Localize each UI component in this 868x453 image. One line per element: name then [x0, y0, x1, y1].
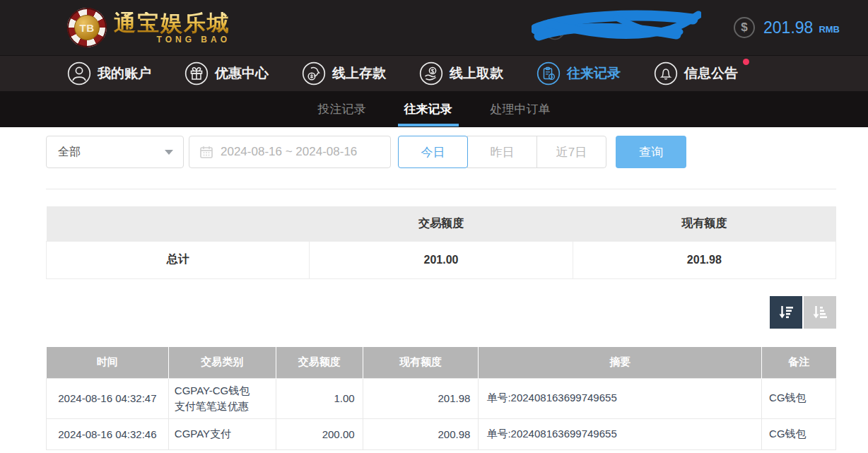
section-divider: [46, 189, 836, 189]
summary-header-row: 交易额度 现有额度: [47, 206, 836, 241]
user-icon: [67, 61, 91, 86]
cell-note: CG钱包: [762, 379, 836, 419]
brand-subtitle: TONG BAO: [114, 35, 230, 44]
main-nav: 我的账户 优惠中心 线上存款 线上取款: [0, 55, 868, 91]
dollar-circle-icon: $: [734, 17, 755, 38]
top-bar: TB 通宝娱乐城 TONG BAO $ 20: [0, 0, 868, 55]
balance-currency: RMB: [819, 20, 840, 35]
record-tabs: 投注记录 往来记录 处理中订单: [0, 91, 868, 127]
range-yesterday-button[interactable]: 昨日: [467, 136, 537, 168]
sort-controls: [46, 296, 836, 329]
quick-range-group: 今日 昨日 近7日: [398, 136, 606, 168]
records-table: 时间 交易类别 交易额度 现有额度 摘要 备注 2024-08-16 04:32…: [46, 347, 836, 450]
cell-trade-amount: 200.00: [276, 418, 363, 449]
cell-current-amount: 200.98: [363, 418, 479, 449]
summary-total-row: 总计 201.00 201.98: [47, 241, 836, 278]
query-button[interactable]: 查询: [616, 136, 686, 168]
records-header-row: 时间 交易类别 交易额度 现有额度 摘要 备注: [47, 347, 836, 379]
sort-ascending-button[interactable]: [804, 296, 836, 329]
table-row: 2024-08-16 04:32:47 CGPAY-CG钱包 支付笔笔送优惠 1…: [47, 379, 836, 419]
nav-item-transactions[interactable]: 往来记录: [536, 61, 621, 86]
nav-item-notices[interactable]: 信息公告: [654, 61, 738, 86]
nav-item-deposit[interactable]: 线上存款: [302, 61, 386, 86]
table-row: 2024-08-16 04:32:46 CGPAY支付 200.00 200.9…: [47, 418, 836, 449]
sort-descending-icon: [777, 303, 795, 322]
summary-col-current-amount: 现有额度: [573, 206, 835, 241]
summary-total-trade-amount: 201.00: [310, 241, 573, 278]
redaction-scribble: [532, 8, 701, 47]
deposit-icon: [302, 61, 326, 86]
summary-total-label: 总计: [47, 241, 310, 278]
summary-col-trade-amount: 交易额度: [310, 206, 573, 241]
brand-logo[interactable]: TB 通宝娱乐城 TONG BAO: [67, 8, 230, 47]
brand-title: 通宝娱乐城: [114, 12, 230, 34]
range-last7days-button[interactable]: 近7日: [536, 136, 606, 168]
col-time: 时间: [47, 347, 169, 379]
col-trade-amount: 交易额度: [276, 347, 363, 379]
chevron-down-icon: [165, 150, 173, 155]
tab-betting-records[interactable]: 投注记录: [312, 91, 373, 127]
sort-ascending-icon: [811, 303, 829, 322]
content-area: 全部 2024-08-16 ~ 2024-08-16 今日 昨日 近7日 查询 …: [0, 127, 868, 450]
cell-trade-amount: 1.00: [276, 379, 363, 419]
account-area: $ 201.98 RMB: [532, 8, 840, 47]
cell-time: 2024-08-16 04:32:46: [47, 418, 169, 449]
tab-pending-orders[interactable]: 处理中订单: [484, 91, 557, 127]
cell-note: CG钱包: [762, 418, 836, 449]
calendar-icon: [199, 145, 213, 159]
col-summary: 摘要: [479, 347, 762, 379]
col-current-amount: 现有额度: [363, 347, 479, 379]
withdraw-icon: [419, 61, 443, 86]
nav-item-my-account[interactable]: 我的账户: [67, 61, 151, 86]
range-today-button[interactable]: 今日: [398, 136, 468, 168]
casino-chip-icon: TB: [67, 8, 107, 47]
chip-label: TB: [74, 15, 100, 40]
sort-descending-button[interactable]: [770, 296, 802, 329]
col-note: 备注: [762, 347, 836, 379]
nav-item-promotions[interactable]: 优惠中心: [184, 61, 269, 86]
filter-bar: 全部 2024-08-16 ~ 2024-08-16 今日 昨日 近7日 查询: [46, 136, 836, 168]
nav-item-withdraw[interactable]: 线上取款: [419, 61, 503, 86]
summary-col-empty: [47, 206, 310, 241]
type-select[interactable]: 全部: [46, 136, 184, 168]
cell-summary: 单号:202408163699749655: [479, 418, 762, 449]
cell-current-amount: 201.98: [363, 379, 479, 419]
cell-type: CGPAY支付: [168, 418, 276, 449]
username-redacted[interactable]: [532, 8, 701, 47]
gift-icon: [184, 61, 209, 86]
balance-display[interactable]: $ 201.98 RMB: [734, 17, 840, 38]
tab-transaction-records[interactable]: 往来记录: [398, 91, 459, 127]
bell-icon: [654, 61, 678, 86]
col-type: 交易类别: [168, 347, 276, 379]
notice-badge-dot: [743, 59, 749, 65]
date-range-input[interactable]: 2024-08-16 ~ 2024-08-16: [189, 136, 391, 168]
cell-type: CGPAY-CG钱包 支付笔笔送优惠: [168, 379, 276, 419]
records-icon: [536, 61, 561, 86]
summary-table: 交易额度 现有额度 总计 201.00 201.98: [46, 206, 836, 279]
cell-summary: 单号:202408163699749655: [479, 379, 762, 419]
summary-total-current-amount: 201.98: [573, 241, 835, 278]
cell-time: 2024-08-16 04:32:47: [47, 379, 169, 419]
balance-amount: 201.98: [763, 18, 813, 37]
